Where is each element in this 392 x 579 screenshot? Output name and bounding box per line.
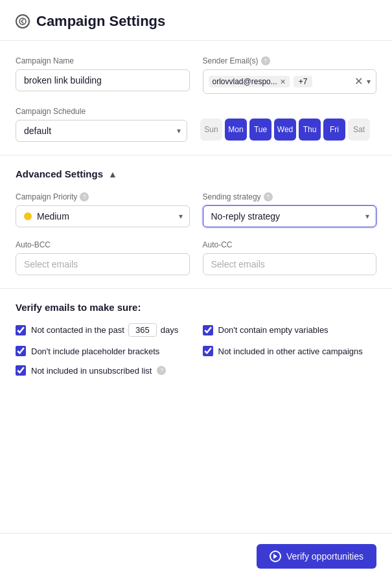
campaign-priority-group: Campaign Priority ? Medium ▾ [16,192,190,227]
auto-bcc-group: Auto-BCC Select emails [16,240,190,275]
checkbox-not-unsubscribed: Not included in unsubscribed list ? [16,365,190,376]
sending-strategy-select-wrapper: No-reply strategy ▾ [203,205,377,227]
no-active-campaigns-label: Not included in other active campaigns [218,346,363,356]
svg-point-0 [19,18,26,25]
day-tue-button[interactable]: Tue [249,119,271,141]
page-footer: Verify opportunities [0,533,392,579]
sending-strategy-select[interactable]: No-reply strategy ▾ [203,205,377,227]
no-empty-vars-label: Don't contain empty variables [218,325,329,335]
auto-bcc-placeholder: Select emails [24,259,78,269]
sending-strategy-group: Sending strategy ? No-reply strategy ▾ [203,192,377,227]
back-button[interactable] [16,14,30,28]
verify-section: Verify emails to make sure: Not contacte… [16,302,376,376]
no-placeholder-label: Don't include placeholder brackets [31,346,159,356]
no-empty-vars-checkbox[interactable] [203,325,213,335]
day-wed-button[interactable]: Wed [274,119,296,141]
checkbox-no-placeholder: Don't include placeholder brackets [16,346,190,356]
not-contacted-row: Not contacted in the past days [31,323,178,337]
verify-btn-label: Verify opportunities [286,551,363,562]
priority-dot-icon [24,212,32,220]
priority-value: Medium [37,211,69,221]
checkbox-not-contacted: Not contacted in the past days [16,323,190,337]
advanced-settings-label: Advanced Settings [16,168,103,179]
campaign-schedule-label: Campaign Schedule [16,107,187,116]
campaign-priority-label: Campaign Priority ? [16,192,190,201]
email-tag-remove[interactable]: ✕ [280,78,286,86]
page-header: Campaign Settings [0,0,392,41]
day-mon-button[interactable]: Mon [225,119,247,141]
day-fri-button[interactable]: Fri [323,119,345,141]
campaign-schedule-group: Campaign Schedule default custom ▾ [16,107,187,142]
auto-cc-group: Auto-CC Select emails [203,240,377,275]
advanced-settings-toggle[interactable]: Advanced Settings ▲ [16,168,376,179]
campaign-priority-select[interactable]: Medium ▾ [16,205,190,227]
verify-opportunities-button[interactable]: Verify opportunities [257,544,376,569]
no-active-campaigns-checkbox[interactable] [203,346,213,356]
verify-divider [0,288,392,289]
campaign-schedule-select-wrapper: default custom ▾ [16,120,187,142]
priority-strategy-row: Campaign Priority ? Medium ▾ Sending str… [16,192,376,227]
verify-title: Verify emails to make sure: [16,302,376,313]
schedule-days-row: Campaign Schedule default custom ▾ Sun M… [16,107,376,142]
day-sun-button[interactable]: Sun [200,119,222,141]
sender-emails-box[interactable]: orlovvlad@respo... ✕ +7 ✕ ▾ [203,69,377,94]
play-triangle-icon [273,554,277,559]
campaign-schedule-select[interactable]: default custom [16,120,187,142]
sender-clear-button[interactable]: ✕ [354,76,363,87]
auto-cc-select[interactable]: Select emails [203,253,377,275]
name-sender-row: Campaign Name Sender Email(s) ? orlovvla… [16,56,376,94]
sender-emails-label: Sender Email(s) ? [203,56,377,65]
checkbox-no-empty-vars: Don't contain empty variables [203,323,377,337]
no-placeholder-checkbox[interactable] [16,346,26,356]
not-unsubscribed-label: Not included in unsubscribed list [31,366,152,376]
sending-strategy-label: Sending strategy ? [203,192,377,201]
not-contacted-checkbox[interactable] [16,325,26,335]
priority-chevron-icon: ▾ [179,212,183,221]
day-sat-button[interactable]: Sat [348,119,370,141]
not-contacted-label-pre: Not contacted in the past [31,325,124,335]
strategy-chevron-icon: ▾ [365,212,369,221]
days-input[interactable] [128,323,157,337]
auto-bcc-label: Auto-BCC [16,240,190,249]
auto-bcc-cc-row: Auto-BCC Select emails Auto-CC Select em… [16,240,376,275]
auto-cc-placeholder: Select emails [211,259,265,269]
section-divider [0,155,392,155]
advanced-chevron-up-icon: ▲ [108,169,117,179]
campaign-name-label: Campaign Name [16,56,190,65]
sending-strategy-value: No-reply strategy [211,211,281,221]
campaign-priority-help-icon[interactable]: ? [80,192,89,201]
auto-cc-label: Auto-CC [203,240,377,249]
email-tag: orlovvlad@respo... ✕ [209,76,290,87]
sender-chevron-icon[interactable]: ▾ [367,77,371,86]
more-count-badge: +7 [294,76,313,87]
sending-strategy-help-icon[interactable]: ? [264,192,273,201]
sender-emails-help-icon[interactable]: ? [261,56,270,65]
checkbox-no-active-campaigns: Not included in other active campaigns [203,346,377,356]
campaign-priority-select-wrapper: Medium ▾ [16,205,190,227]
campaign-name-input[interactable] [16,69,190,91]
main-content: Campaign Name Sender Email(s) ? orlovvla… [0,41,392,376]
not-unsubscribed-checkbox[interactable] [16,365,26,376]
checkbox-grid: Not contacted in the past days Don't con… [16,323,376,376]
sender-emails-group: Sender Email(s) ? orlovvlad@respo... ✕ +… [203,56,377,94]
campaign-name-group: Campaign Name [16,56,190,94]
days-selector: Sun Mon Tue Wed Thu Fri Sat [200,119,370,142]
auto-bcc-select[interactable]: Select emails [16,253,190,275]
not-contacted-label-post: days [161,325,178,335]
page-title: Campaign Settings [36,13,165,30]
play-icon [270,551,281,562]
day-thu-button[interactable]: Thu [299,119,321,141]
not-unsubscribed-help-icon[interactable]: ? [157,366,166,375]
